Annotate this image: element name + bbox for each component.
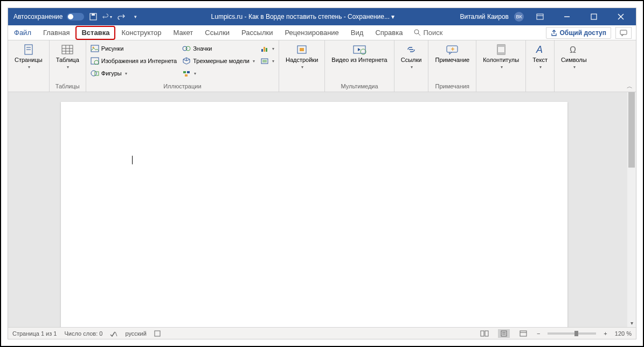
svg-rect-27 [183, 71, 186, 73]
zoom-in-button[interactable]: + [604, 330, 607, 337]
zoom-out-button[interactable]: − [537, 330, 540, 337]
maximize-button[interactable] [583, 8, 605, 25]
svg-text:Ω: Ω [570, 45, 576, 54]
addins-button[interactable]: Надстройки▾ [281, 41, 322, 72]
group-symbols: Ω Символы▾ [555, 40, 593, 92]
search-icon [414, 29, 421, 36]
svg-rect-44 [497, 52, 505, 54]
tab-view[interactable]: Вид [345, 25, 370, 40]
group-comments: Примечание Примечания [428, 40, 476, 92]
svg-rect-1 [92, 13, 95, 16]
links-button[interactable]: Ссылки▾ [397, 41, 426, 72]
zoom-slider-thumb[interactable] [574, 331, 578, 336]
online-video-button[interactable]: Видео из Интернета [327, 41, 391, 66]
svg-rect-19 [91, 45, 99, 52]
video-icon [352, 44, 367, 55]
online-pictures-button[interactable]: Изображения из Интернета [88, 55, 179, 67]
vertical-scrollbar[interactable]: ▾ [627, 92, 636, 327]
statusbar: Страница 1 из 1 Число слов: 0 русский − … [8, 327, 636, 339]
shapes-button[interactable]: Фигуры▾ [88, 67, 179, 79]
screenshot-icon [260, 57, 269, 65]
svg-rect-34 [262, 60, 267, 63]
tab-file[interactable]: Файл [8, 25, 37, 40]
tab-help[interactable]: Справка [369, 25, 408, 40]
user-avatar[interactable]: ВК [514, 12, 524, 22]
group-media: Видео из Интернета Мультимедиа [325, 40, 394, 92]
screenshot-button[interactable]: ▾ [258, 55, 276, 67]
omega-icon: Ω [566, 44, 581, 55]
link-icon [404, 44, 419, 55]
tab-mailings[interactable]: Рассылки [236, 25, 279, 40]
textbox-icon: A [532, 44, 548, 55]
group-links: Ссылки▾ [394, 40, 429, 92]
page-indicator[interactable]: Страница 1 из 1 [12, 330, 57, 337]
spellcheck-icon[interactable] [110, 330, 117, 337]
workspace: ▾ [8, 92, 636, 327]
autosave-label: Автосохранение [13, 13, 63, 20]
save-icon[interactable] [88, 12, 98, 22]
svg-rect-31 [264, 47, 265, 52]
tab-home[interactable]: Главная [37, 25, 75, 40]
document-page[interactable] [61, 102, 567, 327]
icons-button[interactable]: Значки [180, 43, 257, 54]
group-addins: Надстройки▾ [279, 40, 325, 92]
tab-layout[interactable]: Макет [168, 25, 199, 40]
share-button[interactable]: Общий доступ [546, 27, 611, 39]
tab-review[interactable]: Рецензирование [279, 25, 344, 40]
smartart-button[interactable]: ▾ [180, 67, 257, 79]
comment-button[interactable]: Примечание [431, 41, 474, 66]
chart-button[interactable]: ▾ [258, 43, 276, 54]
search-box[interactable]: Поиск [408, 29, 448, 37]
tab-insert[interactable]: Вставка [75, 26, 115, 40]
3d-models-button[interactable]: Трехмерные модели▾ [180, 55, 257, 67]
zoom-level[interactable]: 120 % [615, 330, 632, 337]
tab-design[interactable]: Конструктор [115, 25, 167, 40]
scrollbar-thumb[interactable] [628, 92, 635, 168]
print-layout-icon[interactable] [498, 329, 510, 338]
addins-icon [294, 44, 309, 55]
svg-rect-36 [300, 48, 304, 51]
picture-icon [91, 44, 99, 53]
table-button[interactable]: Таблица▾ [52, 41, 84, 72]
svg-rect-30 [261, 49, 263, 52]
collapse-ribbon-icon[interactable]: ︿ [627, 82, 633, 91]
minimize-button[interactable] [556, 8, 578, 25]
tab-references[interactable]: Ссылки [199, 25, 236, 40]
symbols-button[interactable]: Ω Символы▾ [557, 41, 591, 72]
group-headerfooter: Колонтитулы▾ [476, 40, 526, 92]
undo-icon[interactable]: ▾ [102, 12, 112, 22]
cube-icon [182, 57, 191, 65]
comments-pane-button[interactable] [615, 27, 632, 39]
svg-point-8 [414, 30, 419, 34]
table-icon [60, 44, 75, 55]
svg-line-9 [418, 33, 420, 36]
text-cursor [132, 156, 133, 164]
scroll-down-icon[interactable]: ▾ [627, 318, 636, 327]
svg-rect-5 [591, 14, 597, 19]
text-button[interactable]: A Текст▾ [528, 41, 552, 72]
qat-customize-icon[interactable]: ▾ [130, 12, 140, 22]
autosave-toggle[interactable] [67, 13, 84, 20]
headerfooter-icon [494, 44, 509, 55]
redo-icon[interactable] [116, 12, 126, 22]
headerfooter-button[interactable]: Колонтитулы▾ [479, 41, 523, 72]
pages-button[interactable]: Страницы▾ [10, 41, 47, 72]
read-mode-icon[interactable] [479, 329, 490, 338]
chart-icon [260, 44, 269, 53]
titlebar: Автосохранение ▾ ▾ Lumpics.ru - Как в Во… [8, 8, 636, 25]
svg-rect-54 [520, 331, 527, 336]
svg-point-26 [186, 46, 190, 51]
ribbon-display-icon[interactable] [529, 8, 551, 25]
web-layout-icon[interactable] [517, 329, 529, 338]
svg-rect-51 [501, 331, 507, 336]
macro-icon[interactable] [154, 330, 161, 337]
pictures-button[interactable]: Рисунки [88, 43, 179, 54]
close-button[interactable] [610, 8, 632, 25]
svg-text:A: A [536, 44, 543, 55]
language-indicator[interactable]: русский [125, 330, 146, 337]
zoom-slider[interactable] [548, 332, 596, 335]
tab-row: Файл Главная Вставка Конструктор Макет С… [8, 25, 636, 40]
svg-rect-48 [155, 331, 160, 336]
online-picture-icon [91, 57, 99, 65]
word-count[interactable]: Число слов: 0 [64, 330, 102, 337]
